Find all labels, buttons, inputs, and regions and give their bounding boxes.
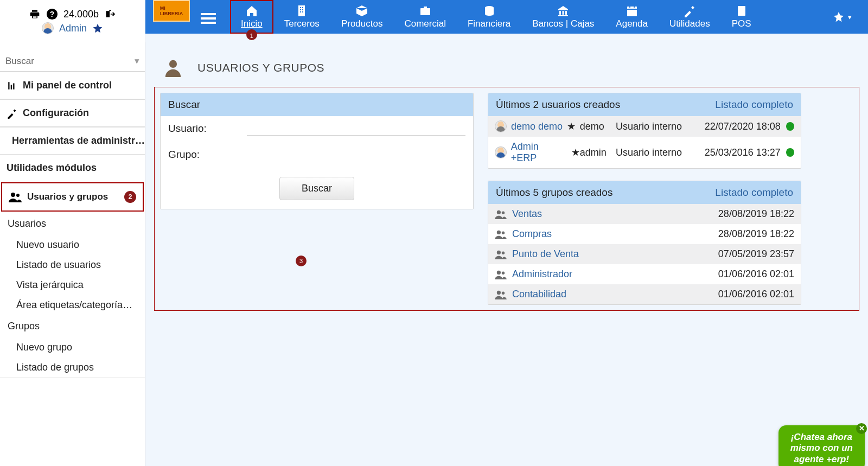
left-mini-toolbar: ? 24.000b Admin	[0, 0, 145, 42]
chat-line: ¡Chatea ahora	[790, 432, 853, 443]
star-icon: ★	[571, 146, 580, 158]
status-dot	[786, 122, 794, 131]
svg-point-18	[169, 60, 177, 68]
link-full-list[interactable]: Listado completo	[715, 187, 793, 199]
search-button[interactable]: Buscar	[279, 177, 354, 200]
sidebar-item-utilmods[interactable]: Utilidades módulos	[0, 155, 145, 181]
nav-item-terceros[interactable]: Terceros	[273, 0, 330, 34]
help-icon[interactable]: ?	[46, 8, 58, 20]
sidebar-label: Mi panel de control	[23, 80, 112, 91]
user-type: Usuario interno	[616, 121, 693, 132]
group-date: 28/08/2019 18:22	[718, 228, 794, 240]
group-date: 01/06/2016 02:01	[718, 269, 794, 280]
svg-text:?: ?	[50, 10, 54, 18]
svg-point-20	[502, 211, 505, 214]
svg-point-22	[502, 231, 505, 234]
group-row: Punto de Venta07/05/2019 23:57	[488, 244, 801, 264]
card-header: Buscar	[161, 93, 473, 116]
nav-item-agenda[interactable]: Agenda	[605, 0, 659, 34]
sidebar-search-select[interactable]: Buscar	[0, 51, 145, 72]
card-header: Últimos 5 grupos creados Listado complet…	[488, 181, 801, 204]
group-row: Contabilidad01/06/2016 02:01	[488, 284, 801, 304]
sidebar-subitem[interactable]: Nuevo usuario	[0, 235, 145, 255]
svg-rect-3	[300, 7, 301, 8]
annotation-badge: 3	[296, 256, 307, 266]
sidebar-item-users-groups[interactable]: Usuarios y grupos 2	[1, 182, 144, 212]
status-dot	[786, 148, 794, 157]
nav-item-inicio[interactable]: Inicio1	[230, 0, 273, 34]
svg-point-17	[16, 194, 20, 197]
sidebar-subitem[interactable]: Vista jerárquica	[0, 275, 145, 295]
label-group: Grupo:	[168, 149, 247, 161]
nav-item-pos[interactable]: POS	[721, 0, 762, 34]
nav-item-financiera[interactable]: Financiera	[457, 0, 521, 34]
svg-point-25	[497, 270, 501, 274]
close-icon[interactable]: ✕	[856, 423, 867, 434]
svg-point-28	[502, 291, 505, 294]
main-topnav: MILIBRERIA Inicio1TercerosProductosComer…	[145, 0, 868, 34]
sidebar-sub-users[interactable]: Usuarios	[0, 213, 145, 235]
dashboard-area: Buscar Usuario: Grupo: Buscar	[154, 87, 859, 311]
sidebar-subitem[interactable]: Listado de grupos	[0, 358, 145, 378]
group-date: 07/05/2019 23:57	[718, 248, 794, 260]
chat-line: mismo con un	[790, 443, 853, 454]
user-login: admin	[580, 147, 616, 158]
svg-rect-12	[738, 6, 745, 16]
nav-item-bancos-cajas[interactable]: Bancos | Cajas	[521, 0, 605, 34]
group-row: Ventas28/08/2019 18:22	[488, 204, 801, 224]
svg-rect-7	[300, 11, 301, 12]
avatar-icon	[495, 120, 507, 132]
user-login: demo	[580, 121, 616, 132]
avatar-icon	[495, 146, 507, 158]
group-row: Compras28/08/2019 18:22	[488, 224, 801, 244]
sidebar-item-config[interactable]: Configuración	[0, 99, 145, 127]
svg-point-27	[497, 290, 501, 294]
svg-point-19	[497, 210, 501, 214]
sidebar-subitem[interactable]: Nuevo grupo	[0, 337, 145, 358]
badge-count: 2	[124, 191, 136, 203]
nav-item-productos[interactable]: Productos	[330, 0, 394, 34]
user-type: Usuario interno	[616, 147, 693, 158]
card-latest-groups: Últimos 5 grupos creados Listado complet…	[488, 181, 801, 305]
svg-point-23	[497, 250, 501, 254]
sidebar-item-admintools[interactable]: Herramientas de administr…	[0, 127, 145, 155]
group-link[interactable]: Punto de Venta	[512, 248, 579, 260]
user-date: 25/03/2016 13:27	[693, 147, 780, 158]
group-link[interactable]: Ventas	[512, 208, 542, 220]
brand-logo[interactable]: MILIBRERIA	[153, 0, 190, 22]
nav-item-utilidades[interactable]: Utilidades	[659, 0, 721, 34]
group-link[interactable]: Compras	[512, 228, 552, 240]
sidebar-subitem[interactable]: Área etiquetas/categorías Us…	[0, 295, 145, 315]
svg-rect-5	[300, 9, 301, 10]
avatar-icon	[42, 22, 54, 34]
user-link[interactable]: Admin +ERP	[511, 141, 567, 164]
group-link[interactable]: Administrador	[512, 269, 572, 280]
sidebar-label: Configuración	[23, 107, 89, 119]
star-icon[interactable]	[92, 23, 103, 34]
main-content: USUARIOS Y GRUPOS Buscar Usuario: Grupo:	[145, 42, 868, 466]
sidebar-item-dashboard[interactable]: Mi panel de control	[0, 72, 145, 99]
sidebar-sub-groups[interactable]: Grupos	[0, 315, 145, 337]
group-link[interactable]: Contabilidad	[512, 289, 566, 300]
link-full-list[interactable]: Listado completo	[715, 99, 793, 111]
chat-widget[interactable]: ✕ ¡Chatea ahora mismo con un agente +erp…	[778, 425, 865, 466]
card-search: Buscar Usuario: Grupo: Buscar	[160, 93, 474, 209]
current-user-link[interactable]: Admin	[59, 23, 87, 34]
star-icon: ★	[567, 120, 576, 132]
form-row-user: Usuario:	[161, 116, 473, 141]
user-link[interactable]: demo demo	[511, 121, 563, 132]
input-user[interactable]	[247, 122, 465, 136]
svg-point-16	[11, 193, 15, 197]
user-row: Admin +ERP ★adminUsuario interno25/03/20…	[488, 137, 801, 168]
input-group[interactable]	[247, 146, 465, 163]
logout-icon[interactable]	[104, 9, 116, 20]
menu-toggle[interactable]	[197, 0, 230, 34]
print-icon[interactable]	[29, 9, 41, 20]
user-date: 22/07/2020 18:08	[693, 121, 780, 132]
sidebar-subitem[interactable]: Listado de usuarios	[0, 255, 145, 275]
group-date: 28/08/2019 18:22	[718, 208, 794, 220]
group-date: 01/06/2016 02:01	[718, 289, 794, 300]
nav-item-comercial[interactable]: Comercial	[393, 0, 457, 34]
group-row: Administrador01/06/2016 02:01	[488, 264, 801, 284]
bookmarks-dropdown[interactable]: ▾	[816, 0, 868, 34]
